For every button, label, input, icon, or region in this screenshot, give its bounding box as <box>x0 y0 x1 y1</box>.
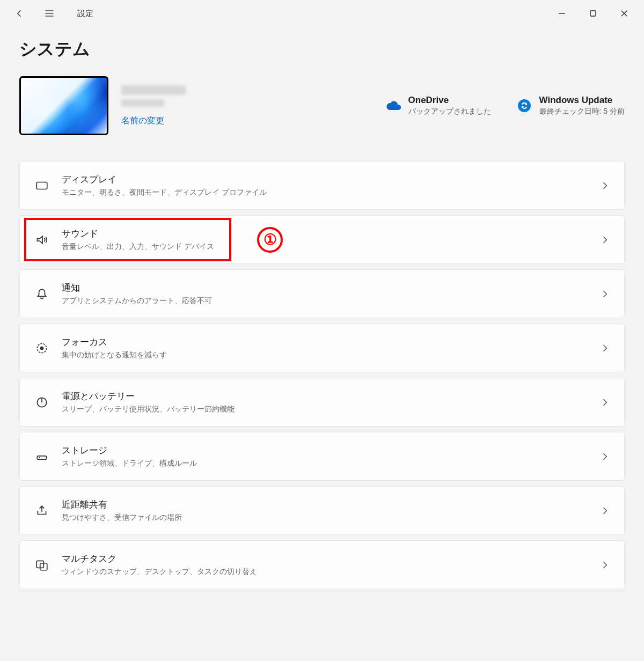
chevron-right-icon <box>599 560 610 570</box>
settings-item-bell[interactable]: 通知アプリとシステムからのアラート、応答不可 <box>19 269 625 318</box>
item-desc: ウィンドウのスナップ、デスクトップ、タスクの切り替え <box>62 567 257 577</box>
item-title: ディスプレイ <box>62 173 267 186</box>
settings-item-display[interactable]: ディスプレイモニター、明るさ、夜間モード、ディスプレイ プロファイル <box>19 161 625 210</box>
page-title: システム <box>0 27 644 76</box>
window-controls <box>546 3 640 24</box>
item-title: ストレージ <box>62 444 197 457</box>
chevron-right-icon <box>599 289 610 299</box>
item-text: フォーカス集中の妨げとなる通知を減らす <box>62 336 167 360</box>
item-text: 電源とバッテリースリープ、バッテリ使用状況、バッテリー節約機能 <box>62 390 235 414</box>
settings-item-storage[interactable]: ストレージストレージ領域、ドライブ、構成ルール <box>19 432 625 481</box>
display-icon <box>34 178 50 194</box>
power-icon <box>34 394 50 410</box>
item-title: 電源とバッテリー <box>62 390 235 402</box>
chevron-right-icon <box>599 234 610 245</box>
item-text: 近距離共有見つけやすさ、受信ファイルの場所 <box>62 498 182 523</box>
status-group: OneDrive バックアップされました Windows Update 最終チェ… <box>386 95 625 116</box>
item-desc: 音量レベル、出力、入力、サウンド デバイス <box>62 242 214 252</box>
chevron-right-icon <box>599 505 610 516</box>
update-subtitle: 最終チェック日時: 5 分前 <box>539 107 625 116</box>
update-title: Windows Update <box>539 95 625 106</box>
item-desc: モニター、明るさ、夜間モード、ディスプレイ プロファイル <box>62 188 267 197</box>
chevron-right-icon <box>599 451 610 462</box>
onedrive-subtitle: バックアップされました <box>408 107 491 116</box>
bell-icon <box>34 286 50 302</box>
item-text: サウンド音量レベル、出力、入力、サウンド デバイス <box>62 227 214 252</box>
device-name-redacted <box>121 85 186 95</box>
settings-item-sound[interactable]: サウンド音量レベル、出力、入力、サウンド デバイス① <box>19 215 625 264</box>
item-desc: スリープ、バッテリ使用状況、バッテリー節約機能 <box>62 405 235 414</box>
device-profile-row: 名前の変更 OneDrive バックアップされました Windows Updat… <box>0 76 644 161</box>
item-title: フォーカス <box>62 336 167 348</box>
onedrive-title: OneDrive <box>408 95 491 106</box>
item-desc: ストレージ領域、ドライブ、構成ルール <box>62 459 197 468</box>
rename-link[interactable]: 名前の変更 <box>121 115 196 127</box>
focus-icon <box>34 340 50 356</box>
item-title: サウンド <box>62 227 214 240</box>
settings-item-power[interactable]: 電源とバッテリースリープ、バッテリ使用状況、バッテリー節約機能 <box>19 378 625 427</box>
annotation-badge: ① <box>257 227 283 253</box>
titlebar-left: 設定 <box>11 5 93 22</box>
titlebar: 設定 <box>0 0 644 27</box>
item-text: マルチタスクウィンドウのスナップ、デスクトップ、タスクの切り替え <box>62 553 257 577</box>
device-model-redacted <box>121 99 164 107</box>
device-meta: 名前の変更 <box>121 85 196 127</box>
item-desc: 見つけやすさ、受信ファイルの場所 <box>62 513 182 523</box>
share-icon <box>34 503 50 519</box>
maximize-button[interactable] <box>577 3 609 24</box>
back-button[interactable] <box>11 5 28 22</box>
close-button[interactable] <box>609 3 640 24</box>
item-text: 通知アプリとシステムからのアラート、応答不可 <box>62 282 212 306</box>
update-sync-icon <box>517 98 532 113</box>
minimize-button[interactable] <box>546 3 577 24</box>
item-text: ストレージストレージ領域、ドライブ、構成ルール <box>62 444 197 468</box>
item-title: 近距離共有 <box>62 498 182 511</box>
app-title: 設定 <box>77 9 93 19</box>
svg-point-7 <box>518 99 531 112</box>
multitask-icon <box>34 557 50 573</box>
device-wallpaper-thumbnail[interactable] <box>19 76 108 135</box>
item-text: ディスプレイモニター、明るさ、夜間モード、ディスプレイ プロファイル <box>62 173 267 197</box>
item-desc: アプリとシステムからのアラート、応答不可 <box>62 296 212 306</box>
sound-icon <box>34 232 50 248</box>
onedrive-icon <box>386 98 401 113</box>
chevron-right-icon <box>599 180 610 191</box>
settings-list: ディスプレイモニター、明るさ、夜間モード、ディスプレイ プロファイルサウンド音量… <box>0 161 644 589</box>
item-title: マルチタスク <box>62 553 257 565</box>
storage-icon <box>34 449 50 465</box>
settings-item-focus[interactable]: フォーカス集中の妨げとなる通知を減らす <box>19 324 625 372</box>
hamburger-menu[interactable] <box>41 5 58 22</box>
windows-update-status[interactable]: Windows Update 最終チェック日時: 5 分前 <box>517 95 625 116</box>
svg-rect-4 <box>590 11 596 16</box>
settings-item-multitask[interactable]: マルチタスクウィンドウのスナップ、デスクトップ、タスクの切り替え <box>19 540 625 589</box>
item-desc: 集中の妨げとなる通知を減らす <box>62 350 167 360</box>
settings-item-share[interactable]: 近距離共有見つけやすさ、受信ファイルの場所 <box>19 486 625 535</box>
chevron-right-icon <box>599 397 610 408</box>
chevron-right-icon <box>599 343 610 354</box>
item-title: 通知 <box>62 282 212 294</box>
onedrive-status[interactable]: OneDrive バックアップされました <box>386 95 491 116</box>
